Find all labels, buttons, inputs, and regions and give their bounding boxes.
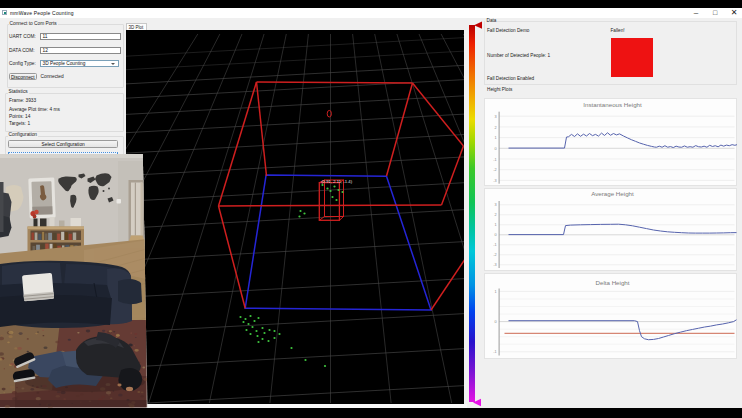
svg-text:3: 3	[494, 115, 496, 119]
svg-text:1: 1	[494, 223, 496, 227]
svg-text:-3: -3	[493, 179, 496, 183]
svg-text:1: 1	[494, 136, 496, 140]
svg-text:-1: -1	[493, 243, 496, 247]
svg-text:Delta Height: Delta Height	[595, 279, 629, 286]
svg-text:-1: -1	[493, 158, 496, 162]
svg-text:Average Height: Average Height	[591, 190, 634, 197]
svg-text:(0.91, 2.11, -1.4): (0.91, 2.11, -1.4)	[321, 179, 352, 184]
svg-text:1: 1	[494, 290, 496, 294]
svg-text:-1: -1	[493, 350, 496, 354]
svg-text:0: 0	[494, 320, 496, 324]
svg-text:2: 2	[494, 213, 496, 217]
svg-text:-2: -2	[493, 253, 496, 257]
svg-text:-3: -3	[493, 263, 496, 267]
svg-text:2: 2	[494, 126, 496, 130]
svg-text:3: 3	[494, 203, 496, 207]
svg-text:0: 0	[494, 233, 496, 237]
svg-text:-2: -2	[493, 168, 496, 172]
svg-text:0: 0	[494, 147, 496, 151]
svg-text:Instantaneous Height: Instantaneous Height	[583, 101, 642, 108]
